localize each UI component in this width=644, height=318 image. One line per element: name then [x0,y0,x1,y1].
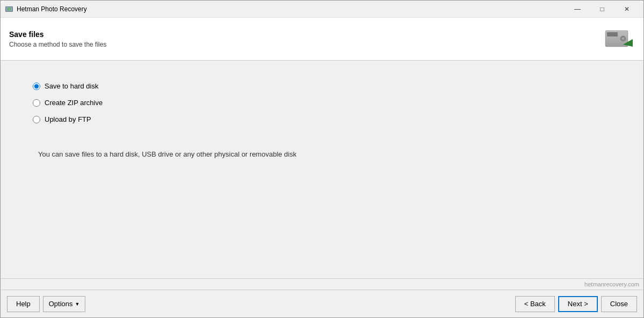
upload-ftp-radio[interactable] [33,116,40,123]
create-zip-radio[interactable] [33,99,40,107]
create-zip-option[interactable]: Create ZIP archive [33,99,611,107]
save-to-hard-disk-label: Save to hard disk [45,82,98,90]
maximize-button[interactable]: □ [590,1,614,18]
footer: Help Options ▼ < Back Next > Close [1,290,643,317]
header-text: Save files Choose a method to save the f… [9,30,106,48]
next-button[interactable]: Next > [558,296,598,312]
window-controls: — □ ✕ [565,1,639,18]
svg-point-8 [622,38,624,40]
footer-right-buttons: < Back Next > Close [515,296,637,312]
close-window-button[interactable]: ✕ [614,1,639,18]
upload-ftp-option[interactable]: Upload by FTP [33,115,611,123]
title-bar: Hetman Photo Recovery — □ ✕ [1,1,643,18]
minimize-button[interactable]: — [565,1,590,18]
header-icon [603,24,635,54]
main-content: Save to hard disk Create ZIP archive Upl… [1,61,643,278]
options-button[interactable]: Options ▼ [43,296,86,312]
save-to-hard-disk-radio[interactable] [33,83,40,90]
save-to-hard-disk-option[interactable]: Save to hard disk [33,82,611,90]
upload-ftp-label: Upload by FTP [45,115,91,123]
header: Save files Choose a method to save the f… [1,18,643,61]
close-button[interactable]: Close [601,296,637,312]
options-dropdown-arrow: ▼ [75,301,80,307]
save-method-group: Save to hard disk Create ZIP archive Upl… [33,82,611,123]
info-text: You can save files to a hard disk, USB d… [33,150,611,158]
page-title: Save files [9,30,106,39]
svg-rect-6 [607,32,618,36]
app-window: Hetman Photo Recovery — □ ✕ Save files C… [0,0,644,318]
window-title: Hetman Photo Recovery [17,5,565,13]
app-icon [5,5,13,13]
svg-point-3 [9,8,10,10]
back-button[interactable]: < Back [515,296,555,312]
help-button[interactable]: Help [7,296,40,312]
footer-left-buttons: Help Options ▼ [7,296,85,312]
create-zip-label: Create ZIP archive [45,99,103,107]
watermark: hetmanrecovery.com [1,278,643,290]
page-subtitle: Choose a method to save the files [9,41,106,48]
